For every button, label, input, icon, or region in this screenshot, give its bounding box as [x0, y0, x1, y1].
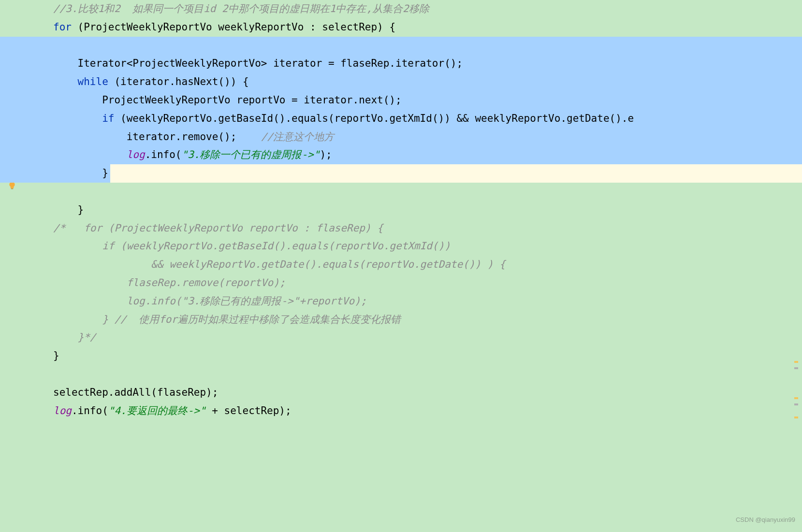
code-text: (weeklyReportVo.getBaseId().equals(repor… [114, 113, 634, 124]
code-line[interactable]: ProjectWeeklyReportVo reportVo = iterato… [0, 91, 802, 110]
code-line[interactable] [0, 365, 802, 384]
comment-text: //3.比较1和2 如果同一个项目id 2中那个项目的虚日期在1中存在,从集合2… [53, 3, 429, 14]
field-log: log [127, 149, 145, 160]
code-text: } [53, 350, 59, 361]
code-text: .info( [72, 405, 108, 417]
code-text: iterator.remove(); [53, 131, 261, 143]
code-text: + selectRep); [206, 405, 292, 417]
keyword-if: if [53, 113, 114, 124]
code-line[interactable]: /* for (ProjectWeeklyReportVo reportVo :… [0, 219, 802, 238]
code-editor[interactable]: //3.比较1和2 如果同一个项目id 2中那个项目的虚日期在1中存在,从集合2… [0, 0, 802, 532]
block-comment: log.info("3.移除已有的虚周报->"+reportVo); [53, 295, 366, 307]
code-line[interactable]: if (weeklyReportVo.getBaseId().equals(re… [0, 110, 802, 128]
code-line[interactable]: log.info("3.移除一个已有的虚周报->"); [0, 146, 802, 164]
keyword-for: for [53, 21, 72, 33]
block-comment: && weeklyReportVo.getDate().equals(repor… [53, 259, 506, 270]
code-line[interactable]: } // 使用for遍历时如果过程中移除了会造成集合长度变化报错 [0, 311, 802, 329]
block-comment: }*/ [53, 331, 96, 343]
code-line[interactable] [0, 37, 802, 55]
code-text: ); [320, 149, 332, 160]
code-line[interactable] [0, 183, 802, 201]
code-text: .info( [145, 149, 182, 160]
code-text: selectRep.addAll(flaseRep); [53, 387, 218, 398]
code-line[interactable]: flaseRep.remove(reportVo); [0, 274, 802, 292]
code-text: Iterator<ProjectWeeklyReportVo> iterator… [53, 58, 463, 69]
code-line[interactable]: selectRep.addAll(flaseRep); [0, 384, 802, 402]
code-line[interactable]: log.info("4.要返回的最终->" + selectRep); [0, 402, 802, 420]
watermark-text: CSDN @qianyuxin99 [736, 511, 795, 529]
string-literal: "3.移除一个已有的虚周报->" [182, 149, 320, 160]
keyword-while: while [53, 76, 108, 87]
code-line[interactable]: //3.比较1和2 如果同一个项目id 2中那个项目的虚日期在1中存在,从集合2… [0, 0, 802, 18]
code-text: (iterator.hasNext()) { [108, 76, 249, 87]
code-line-current[interactable]: } [0, 164, 802, 183]
warning-marker[interactable] [794, 361, 798, 363]
code-text: } [53, 167, 108, 179]
code-line[interactable]: }*/ [0, 329, 802, 347]
code-line[interactable]: && weeklyReportVo.getDate().equals(repor… [0, 256, 802, 274]
code-line[interactable]: } [0, 201, 802, 219]
code-text: ProjectWeeklyReportVo reportVo = iterato… [53, 94, 402, 106]
hint-marker[interactable] [794, 403, 798, 405]
code-text: } [53, 204, 84, 216]
hint-marker[interactable] [794, 367, 798, 369]
code-line[interactable]: log.info("3.移除已有的虚周报->"+reportVo); [0, 292, 802, 311]
string-literal: "4.要返回的最终->" [108, 405, 206, 417]
error-stripe[interactable] [794, 0, 798, 532]
code-line[interactable]: for (ProjectWeeklyReportVo weeklyReportV… [0, 18, 802, 37]
warning-marker[interactable] [794, 397, 798, 399]
block-comment: flaseRep.remove(reportVo); [53, 277, 285, 288]
code-line[interactable]: iterator.remove(); //注意这个地方 [0, 128, 802, 146]
code-text [53, 149, 127, 160]
code-line[interactable]: } [0, 347, 802, 365]
code-content[interactable]: //3.比较1和2 如果同一个项目id 2中那个项目的虚日期在1中存在,从集合2… [0, 0, 802, 420]
code-line[interactable]: Iterator<ProjectWeeklyReportVo> iterator… [0, 55, 802, 73]
code-line[interactable]: if (weeklyReportVo.getBaseId().equals(re… [0, 237, 802, 256]
field-log: log [53, 405, 72, 417]
comment-text: //注意这个地方 [261, 131, 334, 143]
block-comment: /* for (ProjectWeeklyReportVo reportVo :… [53, 222, 383, 234]
block-comment: if (weeklyReportVo.getBaseId().equals(re… [53, 240, 451, 252]
warning-marker[interactable] [794, 417, 798, 418]
code-line[interactable]: while (iterator.hasNext()) { [0, 73, 802, 91]
block-comment: } // 使用for遍历时如果过程中移除了会造成集合长度变化报错 [53, 314, 401, 325]
code-text: (ProjectWeeklyReportVo weeklyReportVo : … [72, 21, 395, 33]
